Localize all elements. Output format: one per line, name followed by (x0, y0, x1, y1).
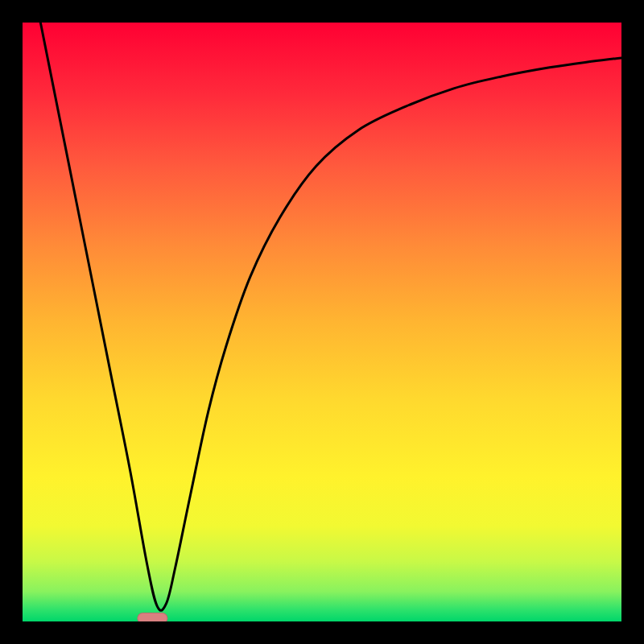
bottleneck-curve (40, 23, 621, 610)
curve-layer (23, 23, 621, 621)
chart-frame: TheBottleneck.com (0, 0, 644, 644)
optimal-marker[interactable] (138, 613, 167, 621)
plot-area: TheBottleneck.com (23, 23, 621, 621)
watermark-text: TheBottleneck.com (467, 23, 621, 24)
